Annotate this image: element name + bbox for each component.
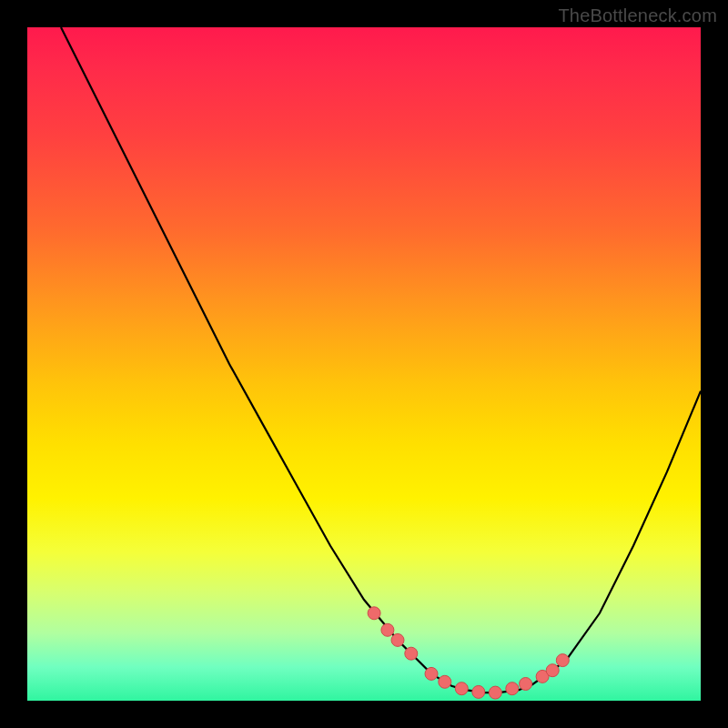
highlight-markers bbox=[368, 607, 569, 699]
highlight-marker bbox=[472, 685, 485, 698]
bottleneck-curve bbox=[61, 27, 701, 693]
highlight-marker bbox=[556, 654, 569, 667]
highlight-marker bbox=[520, 678, 532, 691]
highlight-marker bbox=[439, 675, 451, 688]
plot-area bbox=[27, 27, 701, 701]
highlight-marker bbox=[489, 686, 501, 699]
highlight-marker bbox=[506, 682, 519, 695]
highlight-marker bbox=[546, 664, 559, 677]
chart-stage: TheBottleneck.com bbox=[0, 0, 728, 728]
highlight-marker bbox=[455, 682, 468, 695]
highlight-marker bbox=[425, 667, 438, 680]
highlight-marker bbox=[381, 623, 394, 636]
highlight-marker bbox=[368, 607, 380, 620]
highlight-marker bbox=[391, 633, 404, 646]
highlight-marker bbox=[405, 647, 418, 660]
watermark-text: TheBottleneck.com bbox=[558, 5, 717, 26]
curve-layer bbox=[27, 27, 701, 701]
